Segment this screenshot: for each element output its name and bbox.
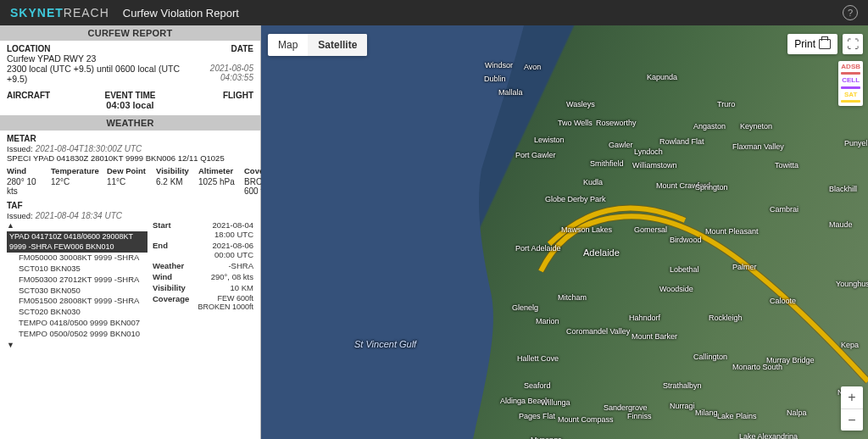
weather-section-header: WEATHER — [0, 115, 260, 131]
brand-logo: SKYNETREACH — [10, 6, 109, 19]
caret-down-icon[interactable]: ▼ — [7, 340, 14, 350]
map-canvas[interactable]: St Vincent Gulf Adelaide Two WellsMallal… — [261, 25, 868, 439]
taf-line: FM050300 27012KT 9999 -SHRA SCT030 BKN05… — [7, 275, 147, 297]
taf-vis-v: 10 KM — [195, 283, 253, 292]
taf-cov-v: FEW 600ft BROKEN 1000ft — [195, 294, 253, 311]
page-title: Curfew Violation Report — [123, 7, 239, 19]
col-dew: Dew Point — [107, 166, 154, 175]
date-label: DATE — [231, 44, 253, 53]
printer-icon — [819, 39, 831, 49]
zoom-out-button[interactable]: − — [841, 408, 863, 431]
taf-start-k: Start — [153, 220, 195, 239]
zoom-control: + − — [841, 386, 863, 431]
col-temp: Temperature — [51, 166, 105, 175]
caret-up-icon[interactable]: ▲ — [7, 220, 14, 231]
col-alt: Altimeter — [198, 166, 242, 175]
taf-line: FM051500 28008KT 9999 -SHRA SCT020 BKN03… — [7, 296, 147, 318]
issued-label-2: Issued: — [7, 211, 33, 220]
taf-line: TEMPO 0418/0500 9999 BKN007 — [7, 318, 147, 329]
aircraft-label: AIRCRAFT — [7, 91, 89, 100]
report-sidebar: CURFEW REPORT LOCATION DATE Curfew YPAD … — [0, 25, 261, 439]
col-vis: Visibility — [156, 166, 197, 175]
taf-wind-v: 290°, 08 kts — [195, 272, 253, 281]
taf-wx-k: Weather — [153, 261, 195, 270]
taf-line: FM050000 30008KT 9999 -SHRA SCT010 BKN03… — [7, 253, 147, 275]
taf-start-v: 2021-08-04 18:00 UTC — [195, 220, 253, 239]
val-vis: 6.2 KM — [156, 177, 197, 196]
taf-vis-k: Visibility — [153, 283, 195, 292]
taf-label: TAF — [7, 201, 253, 210]
val-dew: 11°C — [107, 177, 154, 196]
event-time-label: EVENT TIME — [89, 91, 171, 100]
flight-label: FLIGHT — [171, 91, 253, 100]
col-wind: Wind — [7, 166, 49, 175]
taf-end-v: 2021-08-06 00:00 UTC — [195, 241, 253, 259]
location-label: LOCATION — [7, 44, 50, 53]
print-button[interactable]: Print — [787, 34, 837, 54]
satellite-mode-button[interactable]: Satellite — [308, 34, 367, 56]
taf-head: YPAD 041710Z 0418/0600 29008KT 9999 -SHR… — [7, 231, 147, 253]
curfew-section-header: CURFEW REPORT — [0, 25, 260, 41]
metar-raw: SPECI YPAD 041830Z 28010KT 9999 BKN006 1… — [7, 153, 253, 163]
taf-wind-k: Wind — [153, 272, 195, 281]
taf-cov-k: Coverage — [153, 294, 195, 311]
event-time-value: 04:03 local — [89, 100, 171, 110]
taf-wx-v: -SHRA — [195, 261, 253, 270]
val-wind: 280° 10 kts — [7, 177, 49, 196]
zoom-in-button[interactable]: + — [841, 386, 863, 408]
taf-line: TEMPO 0500/0502 9999 BKN010 — [7, 329, 147, 340]
taf-end-k: End — [153, 241, 195, 259]
val-alt: 1025 hPa — [198, 177, 242, 196]
layer-legend[interactable]: ADSBCELLSAT — [838, 61, 863, 106]
top-bar: SKYNETREACH Curfew Violation Report ? — [0, 0, 868, 25]
fullscreen-button[interactable]: ⛶ — [843, 34, 863, 54]
location-line2: 2300 local (UTC +9.5) until 0600 local (… — [7, 64, 183, 84]
location-line1: Curfew YPAD RWY 23 — [7, 53, 253, 64]
date-value: 2021-08-05 04:03:55 — [183, 64, 253, 82]
taf-issued: 2021-08-04 18:34 UTC — [36, 211, 122, 220]
help-button[interactable]: ? — [843, 5, 858, 20]
metar-label: METAR — [7, 134, 253, 143]
map-mode-button[interactable]: Map — [268, 34, 308, 56]
val-temp: 12°C — [51, 177, 105, 196]
issued-label: Issued: — [7, 144, 33, 153]
metar-table: Wind Temperature Dew Point Visibility Al… — [7, 166, 253, 196]
map-type-toggle: Map Satellite — [268, 34, 367, 56]
taf-detail: Start2021-08-04 18:00 UTC End2021-08-06 … — [153, 220, 253, 351]
metar-issued: 2021-08-04T18:30:00Z UTC — [36, 144, 142, 153]
print-label: Print — [794, 38, 815, 50]
